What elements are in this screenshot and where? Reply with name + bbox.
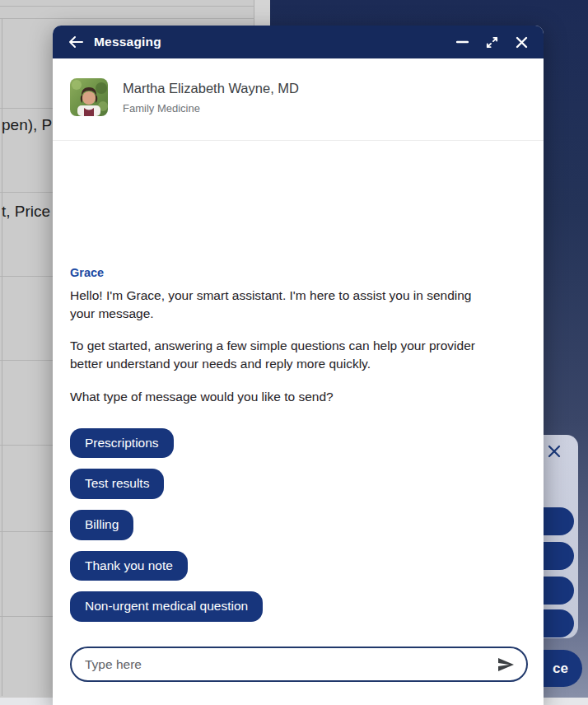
back-button[interactable]	[68, 34, 84, 50]
diagonal-resize-arrows-icon	[485, 35, 499, 49]
quick-reply-prescriptions[interactable]: Prescriptions	[70, 428, 174, 459]
provider-avatar	[70, 78, 108, 116]
provider-specialty: Family Medicine	[123, 102, 299, 114]
quick-reply-billing[interactable]: Billing	[70, 510, 133, 540]
page: pen), Pr t, Price ce Messaging	[0, 0, 588, 705]
x-icon	[516, 36, 528, 49]
arrow-left-icon	[68, 35, 84, 49]
minus-icon	[456, 40, 469, 44]
quick-reply-thank-you-note[interactable]: Thank you note	[70, 551, 188, 581]
chat-area: Grace Hello! I'm Grace, your smart assis…	[53, 266, 544, 622]
quick-reply-list: Prescriptions Test results Billing Thank…	[70, 428, 526, 622]
send-button[interactable]	[493, 652, 518, 677]
assistant-message: What type of message would you like to s…	[70, 388, 482, 406]
provider-header: Martha Elizabeth Wayne, MD Family Medici…	[53, 58, 544, 141]
window-controls	[455, 35, 529, 49]
provider-info: Martha Elizabeth Wayne, MD Family Medici…	[123, 78, 299, 114]
grace-launcher-label: ce	[553, 661, 568, 677]
provider-photo-icon	[70, 78, 108, 116]
message-input[interactable]	[72, 657, 493, 672]
background-text-fragment: pen), Pr	[2, 116, 58, 134]
x-icon	[547, 444, 562, 459]
expand-button[interactable]	[485, 35, 499, 49]
quick-reply-non-urgent-medical-question[interactable]: Non-urgent medical question	[70, 591, 263, 622]
provider-name: Martha Elizabeth Wayne, MD	[123, 81, 299, 96]
message-composer	[70, 647, 528, 682]
messaging-titlebar: Messaging	[53, 26, 544, 58]
background-text-fragment: t, Price	[2, 203, 50, 221]
quick-reply-test-results[interactable]: Test results	[70, 469, 164, 499]
assistant-message: To get started, answering a few simple q…	[70, 337, 482, 373]
window-title: Messaging	[94, 35, 161, 49]
panel-close-button[interactable]	[547, 444, 562, 459]
assistant-name-label: Grace	[70, 266, 526, 279]
table-divider	[0, 6, 270, 7]
minimize-button[interactable]	[455, 35, 469, 49]
messaging-window: Messaging	[53, 26, 544, 705]
close-button[interactable]	[515, 35, 529, 49]
table-divider	[0, 18, 270, 19]
paper-plane-icon	[496, 655, 516, 675]
assistant-message: Hello! I'm Grace, your smart assistant. …	[70, 287, 482, 323]
